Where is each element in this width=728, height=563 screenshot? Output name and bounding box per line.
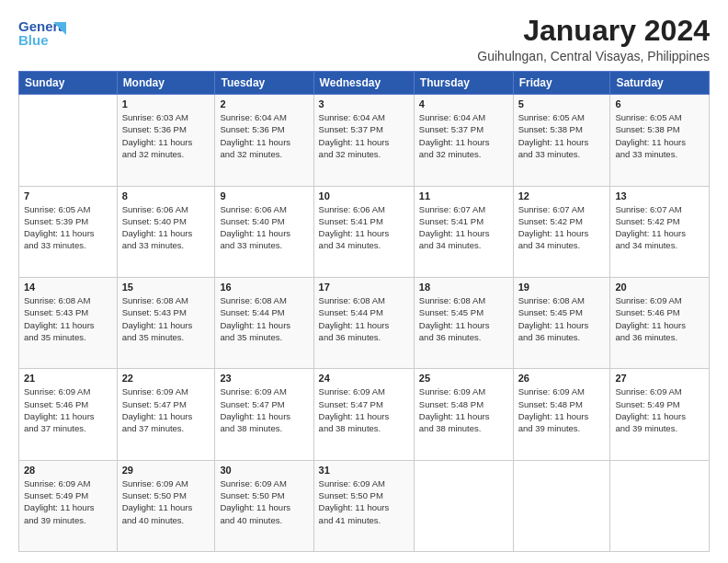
- day-number: 3: [319, 98, 409, 109]
- table-row: 26Sunrise: 6:09 AM Sunset: 5:48 PM Dayli…: [513, 369, 610, 460]
- day-detail: Sunrise: 6:06 AM Sunset: 5:41 PM Dayligh…: [319, 203, 409, 252]
- day-detail: Sunrise: 6:09 AM Sunset: 5:50 PM Dayligh…: [122, 477, 210, 526]
- day-number: 7: [24, 190, 112, 201]
- day-number: 24: [319, 373, 409, 384]
- table-row: 4Sunrise: 6:04 AM Sunset: 5:37 PM Daylig…: [414, 95, 513, 186]
- table-row: 1Sunrise: 6:03 AM Sunset: 5:36 PM Daylig…: [117, 95, 215, 186]
- day-detail: Sunrise: 6:09 AM Sunset: 5:48 PM Dayligh…: [419, 385, 508, 434]
- day-number: 26: [518, 373, 606, 384]
- table-row: 14Sunrise: 6:08 AM Sunset: 5:43 PM Dayli…: [19, 277, 118, 368]
- table-row: [513, 460, 610, 551]
- table-row: 29Sunrise: 6:09 AM Sunset: 5:50 PM Dayli…: [117, 460, 215, 551]
- table-row: 24Sunrise: 6:09 AM Sunset: 5:47 PM Dayli…: [313, 369, 414, 460]
- day-number: 20: [615, 282, 704, 293]
- day-detail: Sunrise: 6:03 AM Sunset: 5:36 PM Dayligh…: [122, 111, 210, 160]
- day-number: 27: [615, 373, 704, 384]
- table-row: 20Sunrise: 6:09 AM Sunset: 5:46 PM Dayli…: [610, 277, 710, 368]
- day-number: 23: [220, 373, 308, 384]
- table-row: 30Sunrise: 6:09 AM Sunset: 5:50 PM Dayli…: [215, 460, 313, 551]
- col-tuesday: Tuesday: [215, 72, 313, 95]
- day-detail: Sunrise: 6:09 AM Sunset: 5:47 PM Dayligh…: [220, 385, 308, 434]
- day-number: 13: [615, 190, 704, 201]
- table-row: 8Sunrise: 6:06 AM Sunset: 5:40 PM Daylig…: [117, 186, 215, 277]
- table-row: [414, 460, 513, 551]
- day-detail: Sunrise: 6:08 AM Sunset: 5:44 PM Dayligh…: [220, 294, 308, 343]
- day-number: 6: [615, 98, 704, 109]
- day-detail: Sunrise: 6:08 AM Sunset: 5:43 PM Dayligh…: [24, 294, 112, 343]
- day-number: 14: [24, 282, 112, 293]
- day-detail: Sunrise: 6:08 AM Sunset: 5:45 PM Dayligh…: [419, 294, 508, 343]
- col-thursday: Thursday: [414, 72, 513, 95]
- table-row: 22Sunrise: 6:09 AM Sunset: 5:47 PM Dayli…: [117, 369, 215, 460]
- calendar-title: January 2024: [477, 15, 710, 47]
- calendar-week-3: 14Sunrise: 6:08 AM Sunset: 5:43 PM Dayli…: [19, 277, 710, 368]
- day-detail: Sunrise: 6:07 AM Sunset: 5:42 PM Dayligh…: [518, 203, 606, 252]
- header: General Blue January 2024 Guihulngan, Ce…: [18, 15, 710, 63]
- table-row: 16Sunrise: 6:08 AM Sunset: 5:44 PM Dayli…: [215, 277, 313, 368]
- table-row: 15Sunrise: 6:08 AM Sunset: 5:43 PM Dayli…: [117, 277, 215, 368]
- day-detail: Sunrise: 6:08 AM Sunset: 5:43 PM Dayligh…: [122, 294, 210, 343]
- day-number: 15: [122, 282, 210, 293]
- table-row: 7Sunrise: 6:05 AM Sunset: 5:39 PM Daylig…: [19, 186, 118, 277]
- day-detail: Sunrise: 6:09 AM Sunset: 5:49 PM Dayligh…: [24, 477, 112, 526]
- table-row: 10Sunrise: 6:06 AM Sunset: 5:41 PM Dayli…: [313, 186, 414, 277]
- day-detail: Sunrise: 6:06 AM Sunset: 5:40 PM Dayligh…: [122, 203, 210, 252]
- day-detail: Sunrise: 6:08 AM Sunset: 5:44 PM Dayligh…: [319, 294, 409, 343]
- table-row: 31Sunrise: 6:09 AM Sunset: 5:50 PM Dayli…: [313, 460, 414, 551]
- day-number: 2: [220, 98, 308, 109]
- table-row: 5Sunrise: 6:05 AM Sunset: 5:38 PM Daylig…: [513, 95, 610, 186]
- col-friday: Friday: [513, 72, 610, 95]
- day-number: 29: [122, 465, 210, 476]
- calendar-week-5: 28Sunrise: 6:09 AM Sunset: 5:49 PM Dayli…: [19, 460, 710, 551]
- day-detail: Sunrise: 6:09 AM Sunset: 5:46 PM Dayligh…: [615, 294, 704, 343]
- calendar-table: Sunday Monday Tuesday Wednesday Thursday…: [18, 71, 710, 552]
- day-detail: Sunrise: 6:04 AM Sunset: 5:36 PM Dayligh…: [220, 111, 308, 160]
- calendar-week-2: 7Sunrise: 6:05 AM Sunset: 5:39 PM Daylig…: [19, 186, 710, 277]
- day-number: 19: [518, 282, 606, 293]
- table-row: 3Sunrise: 6:04 AM Sunset: 5:37 PM Daylig…: [313, 95, 414, 186]
- table-row: 9Sunrise: 6:06 AM Sunset: 5:40 PM Daylig…: [215, 186, 313, 277]
- table-row: [610, 460, 710, 551]
- day-number: 28: [24, 465, 112, 476]
- table-row: 12Sunrise: 6:07 AM Sunset: 5:42 PM Dayli…: [513, 186, 610, 277]
- day-number: 5: [518, 98, 606, 109]
- col-saturday: Saturday: [610, 72, 710, 95]
- day-number: 10: [319, 190, 409, 201]
- day-detail: Sunrise: 6:09 AM Sunset: 5:50 PM Dayligh…: [220, 477, 308, 526]
- page: General Blue January 2024 Guihulngan, Ce…: [0, 0, 728, 563]
- day-detail: Sunrise: 6:09 AM Sunset: 5:47 PM Dayligh…: [319, 385, 409, 434]
- table-row: 18Sunrise: 6:08 AM Sunset: 5:45 PM Dayli…: [414, 277, 513, 368]
- table-row: 11Sunrise: 6:07 AM Sunset: 5:41 PM Dayli…: [414, 186, 513, 277]
- day-number: 18: [419, 282, 508, 293]
- day-number: 9: [220, 190, 308, 201]
- calendar-week-1: 1Sunrise: 6:03 AM Sunset: 5:36 PM Daylig…: [19, 95, 710, 186]
- day-detail: Sunrise: 6:09 AM Sunset: 5:46 PM Dayligh…: [24, 385, 112, 434]
- day-detail: Sunrise: 6:05 AM Sunset: 5:38 PM Dayligh…: [518, 111, 606, 160]
- table-row: [19, 95, 118, 186]
- calendar-week-4: 21Sunrise: 6:09 AM Sunset: 5:46 PM Dayli…: [19, 369, 710, 460]
- calendar-subtitle: Guihulngan, Central Visayas, Philippines: [477, 49, 710, 63]
- table-row: 19Sunrise: 6:08 AM Sunset: 5:45 PM Dayli…: [513, 277, 610, 368]
- day-number: 30: [220, 465, 308, 476]
- day-detail: Sunrise: 6:07 AM Sunset: 5:41 PM Dayligh…: [419, 203, 508, 252]
- svg-text:Blue: Blue: [18, 32, 49, 48]
- day-number: 12: [518, 190, 606, 201]
- table-row: 6Sunrise: 6:05 AM Sunset: 5:38 PM Daylig…: [610, 95, 710, 186]
- day-detail: Sunrise: 6:04 AM Sunset: 5:37 PM Dayligh…: [419, 111, 508, 160]
- title-block: January 2024 Guihulngan, Central Visayas…: [477, 15, 710, 63]
- day-number: 16: [220, 282, 308, 293]
- day-detail: Sunrise: 6:09 AM Sunset: 5:48 PM Dayligh…: [518, 385, 606, 434]
- day-detail: Sunrise: 6:08 AM Sunset: 5:45 PM Dayligh…: [518, 294, 606, 343]
- day-detail: Sunrise: 6:09 AM Sunset: 5:50 PM Dayligh…: [319, 477, 409, 526]
- table-row: 27Sunrise: 6:09 AM Sunset: 5:49 PM Dayli…: [610, 369, 710, 460]
- day-detail: Sunrise: 6:06 AM Sunset: 5:40 PM Dayligh…: [220, 203, 308, 252]
- table-row: 17Sunrise: 6:08 AM Sunset: 5:44 PM Dayli…: [313, 277, 414, 368]
- day-detail: Sunrise: 6:05 AM Sunset: 5:39 PM Dayligh…: [24, 203, 112, 252]
- day-detail: Sunrise: 6:05 AM Sunset: 5:38 PM Dayligh…: [615, 111, 704, 160]
- table-row: 2Sunrise: 6:04 AM Sunset: 5:36 PM Daylig…: [215, 95, 313, 186]
- calendar-header-row: Sunday Monday Tuesday Wednesday Thursday…: [19, 72, 710, 95]
- day-number: 25: [419, 373, 508, 384]
- col-wednesday: Wednesday: [313, 72, 414, 95]
- table-row: 23Sunrise: 6:09 AM Sunset: 5:47 PM Dayli…: [215, 369, 313, 460]
- table-row: 25Sunrise: 6:09 AM Sunset: 5:48 PM Dayli…: [414, 369, 513, 460]
